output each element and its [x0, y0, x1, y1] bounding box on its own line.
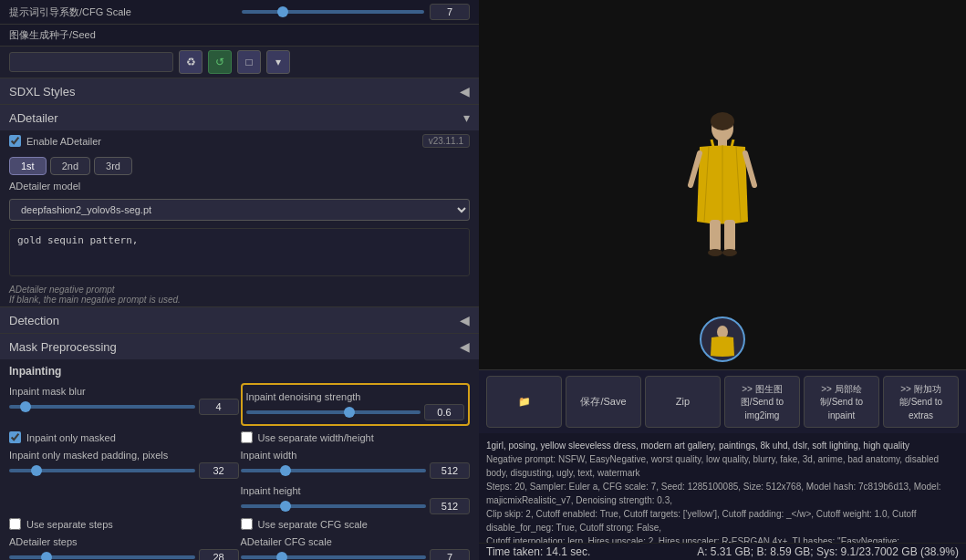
- width-slider[interactable]: [241, 469, 427, 472]
- vram-text: A: 5.31 GB; B: 8.59 GB; Sys: 9.1/23.7002…: [697, 545, 959, 558]
- cfg-scale-label: 提示词引导系数/CFG Scale: [9, 5, 131, 19]
- img2img-button[interactable]: >> 图生图图/Send toimg2img: [724, 376, 800, 428]
- action-buttons-row: 📁 保存/Save Zip >> 图生图图/Send toimg2img >> …: [479, 369, 966, 433]
- sep-width-check: Use separate width/height: [241, 431, 471, 443]
- cfg-scale-value: 7: [430, 4, 470, 20]
- height-value: 512: [430, 498, 470, 514]
- folder-icon: 📁: [518, 396, 531, 407]
- padding-label: Inpaint only masked padding, pixels: [9, 447, 239, 461]
- inpainting-section-label: Inpainting: [0, 359, 479, 379]
- inpaint-button[interactable]: >> 局部绘制/Send toinpaint: [804, 376, 879, 428]
- only-masked-label: Inpaint only masked: [26, 432, 116, 443]
- svg-rect-7: [710, 220, 721, 252]
- mask-arrow-icon: ◀: [460, 339, 470, 354]
- save-button[interactable]: 保存/Save: [566, 376, 641, 428]
- tab-1st[interactable]: 1st: [9, 157, 47, 175]
- height-row: Inpaint height 512: [0, 481, 479, 516]
- person-figure: [677, 112, 768, 258]
- svg-point-9: [708, 249, 722, 256]
- model-label-row: ADetailer model: [0, 177, 479, 195]
- width-col: Inpaint width 512: [241, 447, 471, 479]
- cutoff-info: Cutoff interpolation: lerp, Hires upscal…: [486, 534, 959, 543]
- denoising-slider[interactable]: [246, 410, 421, 414]
- width-label: Inpaint width: [241, 447, 471, 461]
- adetailer-model-label: ADetailer model: [9, 181, 80, 192]
- sep-width-label: Use separate width/height: [258, 432, 374, 443]
- steps-slider[interactable]: [9, 555, 195, 559]
- steps-label: ADetailer steps: [9, 534, 239, 547]
- left-panel: 提示词引导系数/CFG Scale 7 图像生成种子/Seed 12851000…: [0, 0, 479, 560]
- enable-check-row: Enable ADetailer: [9, 135, 101, 147]
- height-slider[interactable]: [241, 504, 427, 508]
- cfg-val: 7: [430, 549, 470, 560]
- only-masked-check: Inpaint only masked: [9, 431, 239, 443]
- negative-info: Negative prompt: NSFW, EasyNegative, wor…: [486, 452, 959, 480]
- folder-button[interactable]: 📁: [486, 376, 562, 428]
- refresh-icon[interactable]: ↺: [208, 50, 232, 74]
- tab-row: 1st 2nd 3rd: [0, 151, 479, 177]
- positive-prompt-info: 1girl, posing, yellow sleeveless dress, …: [486, 439, 959, 452]
- mask-blur-slider[interactable]: [9, 405, 195, 409]
- sep-steps-checkbox[interactable]: [9, 518, 21, 530]
- extras-button[interactable]: >> 附加功能/Send toextras: [883, 376, 959, 428]
- recycle-icon[interactable]: ♻: [179, 50, 203, 74]
- checkbox-icon[interactable]: □: [237, 50, 261, 74]
- adetailer-model-select[interactable]: deepfashion2_yolov8s-seg.pt: [9, 199, 470, 221]
- cfg-slider-wrap: 7: [241, 549, 471, 560]
- svg-point-1: [711, 112, 734, 130]
- sep-cfg-label: Use separate CFG scale: [258, 519, 368, 530]
- sep-steps-row: Use separate steps Use separate CFG scal…: [0, 516, 479, 532]
- denoising-label: Inpaint denoising strength: [246, 389, 465, 402]
- sep-steps-label: Use separate steps: [26, 519, 113, 530]
- cfg-slider[interactable]: [241, 555, 427, 559]
- sdxl-styles-header[interactable]: SDXL Styles ◀: [0, 78, 479, 104]
- tab-2nd[interactable]: 2nd: [50, 157, 90, 175]
- svg-line-4: [732, 140, 733, 147]
- sdxl-styles-label: SDXL Styles: [9, 85, 76, 99]
- tab-3rd[interactable]: 3rd: [94, 157, 132, 175]
- right-panel: 📁 保存/Save Zip >> 图生图图/Send toimg2img >> …: [479, 0, 966, 560]
- version-badge: v23.11.1: [422, 134, 470, 148]
- steps-info: Steps: 20, Sampler: Euler a, CFG scale: …: [486, 480, 959, 507]
- denoising-value: 0.6: [424, 404, 464, 420]
- enable-adetailer-checkbox[interactable]: [9, 135, 21, 147]
- detection-arrow-icon: ◀: [460, 313, 470, 327]
- cfg-scale-slider[interactable]: [242, 10, 424, 14]
- cfg-label: ADetailer CFG scale: [241, 534, 471, 547]
- thumbnail-overlay: [700, 316, 745, 362]
- model-row: deepfashion2_yolov8s-seg.pt: [0, 195, 479, 224]
- padding-width-row: Inpaint only masked padding, pixels 32 I…: [0, 445, 479, 481]
- padding-col: Inpaint only masked padding, pixels 32: [9, 447, 239, 479]
- steps-cfg-row: ADetailer steps 28 ADetailer CFG scale 7: [0, 532, 479, 560]
- height-slider-wrap: 512: [241, 498, 471, 514]
- svg-line-5: [691, 153, 700, 185]
- mask-blur-label: Inpaint mask blur: [9, 383, 239, 397]
- detection-header[interactable]: Detection ◀: [0, 306, 479, 333]
- steps-value: 28: [199, 549, 239, 560]
- svg-line-6: [745, 153, 754, 185]
- neg-prompt-section: ADetailer negative prompt If blank, the …: [0, 283, 479, 306]
- inpainting-controls: Inpaint mask blur 4 Inpaint denoising st…: [0, 379, 479, 430]
- enable-row: Enable ADetailer v23.11.1: [0, 130, 479, 151]
- svg-point-10: [722, 249, 737, 256]
- only-masked-row: Inpaint only masked Use separate width/h…: [0, 430, 479, 445]
- inpaint-label: >> 局部绘制/Send toinpaint: [820, 384, 863, 420]
- sep-steps-check: Use separate steps: [9, 518, 239, 530]
- adetailer-header[interactable]: ADetailer ▾: [0, 104, 479, 130]
- chevron-down-icon[interactable]: ▾: [266, 50, 290, 74]
- zip-button[interactable]: Zip: [645, 376, 721, 428]
- mask-preprocessing-header[interactable]: Mask Preprocessing ◀: [0, 333, 479, 359]
- seed-input[interactable]: 1285100085: [9, 52, 173, 72]
- sep-cfg-checkbox[interactable]: [241, 518, 253, 530]
- padding-slider[interactable]: [9, 469, 195, 472]
- only-masked-checkbox[interactable]: [9, 431, 21, 443]
- seed-row: 1285100085 ♻ ↺ □ ▾: [0, 47, 479, 78]
- sdxl-arrow-icon: ◀: [460, 84, 470, 99]
- sep-width-checkbox[interactable]: [241, 431, 253, 443]
- img2img-label: >> 图生图图/Send toimg2img: [741, 384, 784, 420]
- adetailer-arrow-icon: ▾: [463, 110, 470, 125]
- adetailer-prompt[interactable]: gold sequin pattern,: [9, 228, 470, 276]
- neg-prompt-placeholder: ADetailer negative prompt: [9, 285, 470, 295]
- steps-slider-wrap: 28: [9, 549, 239, 560]
- svg-rect-8: [724, 220, 735, 252]
